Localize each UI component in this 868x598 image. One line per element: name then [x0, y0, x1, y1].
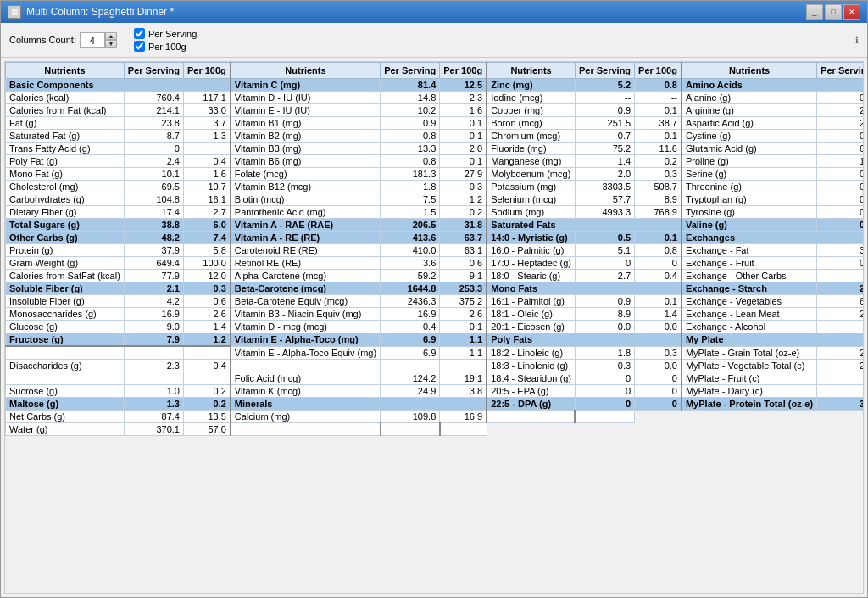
per-100g-cell: 0.2: [635, 155, 682, 168]
content-area: Nutrients Per Serving Per 100g Nutrients…: [1, 58, 867, 597]
nutrient-name-cell: [6, 372, 125, 384]
nutrient-name-cell: Monosaccharides (g): [6, 308, 125, 321]
nutrient-name-cell: Vitamin B12 (mcg): [231, 181, 381, 193]
nutrient-name-cell: Valine (g): [682, 219, 817, 232]
per-100g-cell: 12.0: [183, 270, 230, 282]
col-header-nutrients-3: Nutrients: [487, 63, 575, 79]
per-100g-cell: 0.4: [183, 359, 230, 372]
window-title: Multi Column: Spaghetti Dinner *: [26, 6, 174, 18]
col-header-per-100g-1: Per 100g: [183, 63, 230, 79]
per-100g-cell: 1.3: [183, 130, 230, 143]
per-serving-cell: 649.4: [124, 257, 183, 270]
per-serving-cell: 0: [817, 372, 864, 384]
per-serving-cell: 0: [575, 372, 634, 384]
per-serving-cell: 2436.3: [381, 295, 440, 308]
columns-count-control: Columns Count: 4 ▲ ▼: [9, 32, 117, 48]
per-100g-cell: 0.3: [440, 181, 487, 193]
per-serving-cell: 0.2: [817, 193, 864, 206]
per-serving-checkbox-label[interactable]: Per Serving: [134, 28, 197, 39]
per-serving-cell: 2.1: [124, 282, 183, 295]
per-100g-cell: 16.1: [183, 193, 230, 206]
nutrient-name-cell: Folate (mcg): [231, 168, 381, 181]
per-serving-cell: 109.8: [381, 410, 440, 422]
nutrient-name-cell: Vitamin A - RAE (RAE): [231, 219, 381, 232]
nutrient-name-cell: Exchange - Fruit: [682, 257, 817, 270]
nutrient-name-cell: Tyrosine (g): [682, 206, 817, 219]
col-header-per-serving-3: Per Serving: [575, 63, 634, 79]
per-serving-cell: 0.8: [817, 168, 864, 181]
per-100g-checkbox[interactable]: [134, 41, 145, 52]
nutrient-name-cell: Vitamin A - RE (RE): [231, 232, 381, 244]
title-bar: ▦ Multi Column: Spaghetti Dinner * _ □ ✕: [1, 1, 867, 23]
per-serving-cell: 0.9: [381, 117, 440, 130]
per-serving-cell: 8.9: [575, 308, 634, 321]
per-serving-cell: 2.0: [575, 168, 634, 181]
per-serving-cell: 24.9: [381, 384, 440, 397]
per-100g-cell: 1.6: [440, 104, 487, 117]
per-100g-cell: 38.7: [635, 117, 682, 130]
nutrient-name-cell: Carotenoid RE (RE): [231, 244, 381, 257]
per-serving-cell: 0: [817, 321, 864, 333]
per-100g-cell: 0.0: [635, 321, 682, 333]
per-serving-cell: 4.2: [124, 295, 183, 308]
per-100g-cell: 0.2: [183, 397, 230, 410]
per-serving-cell: 0.7: [575, 130, 634, 143]
per-100g-cell: 0.3: [635, 346, 682, 359]
nutrient-name-cell: Dietary Fiber (g): [6, 206, 125, 219]
nutrient-name-cell: Exchange - Other Carbs: [682, 270, 817, 282]
col-header-per-serving-2: Per Serving: [381, 63, 440, 79]
columns-count-value[interactable]: 4: [80, 32, 105, 48]
per-serving-cell: 2.3: [124, 359, 183, 372]
per-serving-cell: 0: [575, 384, 634, 397]
per-serving-cell: 4993.3: [575, 206, 634, 219]
per-100g-cell: 1.4: [183, 321, 230, 333]
per-serving-checkbox[interactable]: [134, 28, 145, 39]
per-serving-cell: 3.2: [817, 397, 864, 410]
per-100g-cell: 375.2: [440, 295, 487, 308]
spinner-down[interactable]: ▼: [105, 40, 117, 48]
per-100g-cell: 0.8: [635, 79, 682, 92]
nutrient-name-cell: Manganese (mg): [487, 155, 575, 168]
per-100g-cell: 12.5: [440, 79, 487, 92]
per-serving-cell: 0: [817, 384, 864, 397]
close-button[interactable]: ✕: [843, 4, 860, 20]
nutrient-name-cell: 18:0 - Stearic (g): [487, 270, 575, 282]
per-serving-cell: 6.9: [381, 346, 440, 359]
nutrient-name-cell: Vitamin E - Alpha-Toco (mg): [231, 333, 381, 347]
per-serving-cell: 2.7: [575, 270, 634, 282]
per-serving-cell: 5.2: [575, 79, 634, 92]
per-serving-cell: 5.1: [575, 244, 634, 257]
nutrient-name-cell: Alpha-Carotene (mcg): [231, 270, 381, 282]
nutrient-name-cell: Maltose (g): [6, 397, 125, 410]
per-serving-cell: 1.3: [124, 397, 183, 410]
nutrient-name-cell: [381, 422, 440, 435]
per-serving-cell: 77.9: [124, 270, 183, 282]
nutrient-name-cell: Glutamic Acid (g): [682, 143, 817, 155]
nutrient-name-cell: Vitamin C (mg): [231, 79, 381, 92]
spinner-up[interactable]: ▲: [105, 32, 117, 40]
nutrient-name-cell: Proline (g): [682, 155, 817, 168]
per-serving-cell: 10.2: [381, 104, 440, 117]
per-100g-cell: 0: [635, 257, 682, 270]
per-100g-cell: 0.4: [183, 155, 230, 168]
table-wrapper[interactable]: Nutrients Per Serving Per 100g Nutrients…: [4, 61, 864, 594]
nutrient-name-cell: Fluoride (mg): [487, 143, 575, 155]
maximize-button[interactable]: □: [825, 4, 842, 20]
nutrient-name-cell: 22:5 - DPA (g): [487, 397, 575, 410]
nutrient-name-cell: Pantothenic Acid (mg): [231, 206, 381, 219]
per-100g-cell: [440, 359, 487, 372]
per-100g-cell: 0: [635, 397, 682, 410]
per-serving-cell: 0: [817, 270, 864, 282]
per-100g-cell: 27.9: [440, 168, 487, 181]
view-options: Per Serving Per 100g: [134, 28, 197, 52]
minimize-button[interactable]: _: [806, 4, 823, 20]
per-100g-checkbox-label[interactable]: Per 100g: [134, 41, 197, 52]
per-100g-cell: 63.1: [440, 244, 487, 257]
per-100g-cell: 768.9: [635, 206, 682, 219]
per-serving-cell: 0.3: [575, 359, 634, 372]
per-100g-cell: 3.8: [440, 384, 487, 397]
per-100g-cell: 253.3: [440, 282, 487, 295]
per-100g-cell: 0.4: [635, 270, 682, 282]
nutrient-name-cell: Retinol RE (RE): [231, 257, 381, 270]
per-100g-cell: 0.1: [440, 321, 487, 333]
